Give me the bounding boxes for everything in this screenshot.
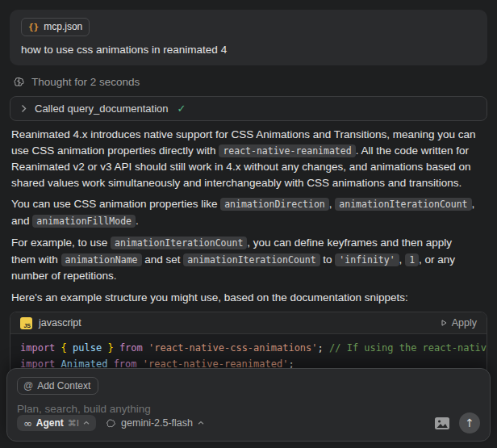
json-file-icon: {} xyxy=(28,21,39,33)
mode-shortcut: ⌘I xyxy=(68,418,79,429)
mode-label: Agent xyxy=(36,417,64,429)
answer-paragraph: Reanimated 4.x introduces native support… xyxy=(11,127,484,191)
inline-code: animationName xyxy=(61,253,142,266)
answer-paragraph: Here's an example structure you might us… xyxy=(11,290,484,306)
brain-icon xyxy=(13,76,25,88)
attached-file-chip[interactable]: {} mcp.json xyxy=(21,18,90,36)
model-selector[interactable]: gemini-2.5-flash xyxy=(106,417,204,429)
thinking-label: Thought for 2 seconds xyxy=(31,76,140,88)
inline-code: 1 xyxy=(405,253,419,266)
add-context-label: Add Context xyxy=(37,380,90,391)
chat-panel: {} mcp.json how to use css animations in… xyxy=(0,0,497,405)
attach-image-button[interactable] xyxy=(435,417,449,429)
inline-code: react-native-reanimated xyxy=(219,144,355,157)
code-language: JS javascript xyxy=(20,317,81,329)
image-icon xyxy=(435,417,449,429)
checkmark-icon: ✓ xyxy=(178,103,186,115)
inline-code: 'infinity' xyxy=(335,253,399,266)
answer-paragraph: For example, to use animationIterationCo… xyxy=(11,235,484,284)
arrow-up-icon: ↑ xyxy=(465,417,474,429)
play-icon xyxy=(440,319,448,327)
composer[interactable]: @ Add Context Plan, search, build anythi… xyxy=(6,368,491,442)
inline-code: animationIterationCount xyxy=(183,253,320,266)
model-label: gemini-2.5-flash xyxy=(121,417,193,429)
code-language-label: javascript xyxy=(39,317,81,329)
user-message-text: how to use css animations in reanimated … xyxy=(21,43,476,57)
chevron-right-icon xyxy=(20,104,27,113)
chevron-up-icon xyxy=(83,421,90,425)
inline-code: animationFillMode xyxy=(32,215,136,228)
code-line: import { pulse } from 'react-native-css-… xyxy=(20,340,477,356)
answer-paragraph: You can use CSS animation properties lik… xyxy=(11,196,484,229)
assistant-answer: Reanimated 4.x introduces native support… xyxy=(10,127,487,305)
javascript-icon: JS xyxy=(20,317,32,329)
chevron-up-icon xyxy=(198,421,204,425)
apply-button-label: Apply xyxy=(452,317,477,329)
inline-code: animationIterationCount xyxy=(335,198,471,211)
attached-file-name: mcp.json xyxy=(44,21,82,33)
infinity-icon: ∞ xyxy=(23,418,32,429)
brain-icon xyxy=(106,418,116,429)
add-context-button[interactable]: @ Add Context xyxy=(17,377,98,395)
tool-call-row[interactable]: Called query_documentation ✓ xyxy=(10,96,487,121)
thinking-summary[interactable]: Thought for 2 seconds xyxy=(13,75,484,89)
user-message-card: {} mcp.json how to use css animations in… xyxy=(10,10,487,65)
inline-code: animationDirection xyxy=(220,198,329,211)
mode-selector[interactable]: ∞ Agent ⌘I xyxy=(17,415,96,431)
send-button[interactable]: ↑ xyxy=(459,412,480,433)
composer-toolbar: ∞ Agent ⌘I gemini-2.5-flash xyxy=(17,412,480,433)
tool-call-label: Called query_documentation xyxy=(35,103,169,115)
apply-button[interactable]: Apply xyxy=(440,317,477,329)
code-block-header: JS javascript Apply xyxy=(10,312,487,334)
inline-code: animationIterationCount xyxy=(111,237,247,249)
at-icon: @ xyxy=(23,380,33,391)
